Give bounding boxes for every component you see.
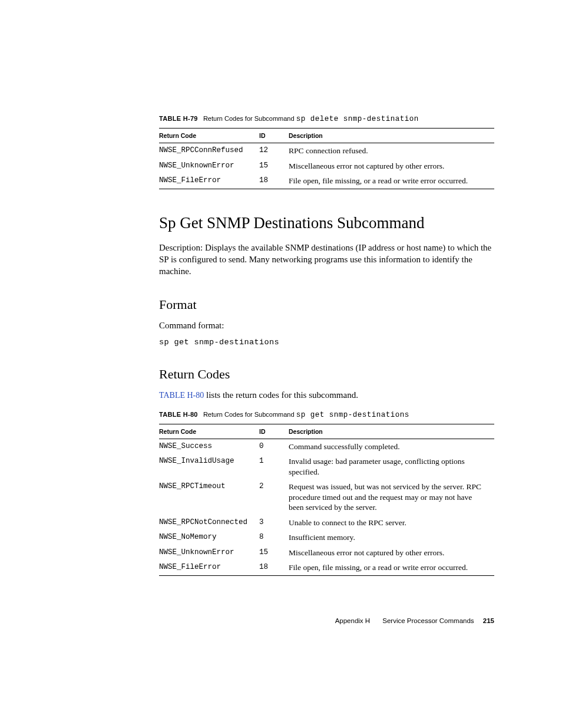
- format-heading: Format: [159, 297, 494, 312]
- command-line: sp get snmp-destinations: [159, 338, 494, 347]
- col-header-description: Description: [289, 424, 494, 439]
- cell-desc: File open, file missing, or a read or wr…: [289, 560, 494, 575]
- cell-code: NWSE_FileError: [159, 173, 259, 189]
- table-row: NWSE_UnknownError 15 Miscellaneous error…: [159, 159, 494, 174]
- table-row: NWSE_RPCTimeout 2 Request was issued, bu…: [159, 479, 494, 515]
- section-heading: Sp Get SNMP Destinations Subcommand: [159, 214, 494, 232]
- return-codes-sentence: TABLE H-80 lists the return codes for th…: [159, 389, 494, 401]
- cell-code: NWSE_FileError: [159, 560, 259, 575]
- cell-id: 8: [259, 530, 289, 545]
- cell-code: NWSE_InvalidUsage: [159, 454, 259, 479]
- cell-code: NWSE_RPCNotConnected: [159, 515, 259, 531]
- table-80: Return Code ID Description NWSE_Success …: [159, 424, 494, 576]
- page-footer: Appendix H Service Processor Commands 21…: [159, 617, 494, 624]
- col-header-description: Description: [289, 129, 494, 143]
- footer-chapter: Appendix H: [335, 617, 370, 624]
- page-content: TABLE H-79 Return Codes for Subcommand s…: [0, 0, 562, 671]
- table-80-caption: TABLE H-80 Return Codes for Subcommand s…: [159, 411, 494, 419]
- table-79-label: TABLE H-79: [159, 115, 198, 122]
- table-row: NWSE_FileError 18 File open, file missin…: [159, 560, 494, 575]
- return-codes-heading: Return Codes: [159, 367, 494, 382]
- table-row: NWSE_FileError 18 File open, file missin…: [159, 173, 494, 189]
- table-row: Return Code ID Description: [159, 129, 494, 143]
- table-row: Return Code ID Description: [159, 424, 494, 439]
- cell-code: NWSE_NoMemory: [159, 530, 259, 545]
- table-row: NWSE_UnknownError 15 Miscellaneous error…: [159, 545, 494, 561]
- table-row: NWSE_RPCConnRefused 12 RPC connection re…: [159, 143, 494, 159]
- table-80-caption-text: Return Codes for Subcommand: [203, 411, 296, 418]
- cell-desc: Insufficient memory.: [289, 530, 494, 545]
- table-80-label: TABLE H-80: [159, 411, 198, 418]
- cell-desc: RPC connection refused.: [289, 143, 494, 159]
- cell-desc: Request was issued, but was not serviced…: [289, 479, 494, 515]
- table-80-link[interactable]: TABLE H-80: [159, 391, 204, 400]
- cell-code: NWSE_UnknownError: [159, 159, 259, 174]
- col-header-id: ID: [259, 424, 289, 439]
- cell-code: NWSE_RPCTimeout: [159, 479, 259, 515]
- cell-desc: Miscellaneous error not captured by othe…: [289, 159, 494, 174]
- table-79: Return Code ID Description NWSE_RPCConnR…: [159, 128, 494, 189]
- return-codes-rest: lists the return codes for this subcomma…: [204, 390, 358, 400]
- cell-code: NWSE_UnknownError: [159, 545, 259, 561]
- cell-desc: File open, file missing, or a read or wr…: [289, 173, 494, 189]
- table-79-caption: TABLE H-79 Return Codes for Subcommand s…: [159, 115, 494, 123]
- col-header-id: ID: [259, 129, 289, 143]
- cell-code: NWSE_RPCConnRefused: [159, 143, 259, 159]
- table-79-caption-text: Return Codes for Subcommand: [203, 115, 296, 122]
- cell-id: 0: [259, 439, 289, 454]
- table-80-caption-cmd: sp get snmp-destinations: [296, 411, 409, 419]
- footer-page-number: 215: [483, 617, 494, 624]
- cell-id: 18: [259, 560, 289, 575]
- footer-title: Service Processor Commands: [382, 617, 474, 624]
- table-row: NWSE_RPCNotConnected 3 Unable to connect…: [159, 515, 494, 531]
- table-row: NWSE_Success 0 Command successfully comp…: [159, 439, 494, 454]
- cell-id: 1: [259, 454, 289, 479]
- cell-id: 18: [259, 173, 289, 189]
- table-row: NWSE_NoMemory 8 Insufficient memory.: [159, 530, 494, 545]
- cell-desc: Miscellaneous error not captured by othe…: [289, 545, 494, 561]
- table-79-caption-cmd: sp delete snmp-destination: [296, 115, 419, 123]
- col-header-return-code: Return Code: [159, 129, 259, 143]
- cell-id: 12: [259, 143, 289, 159]
- cell-desc: Command successfully completed.: [289, 439, 494, 454]
- col-header-return-code: Return Code: [159, 424, 259, 439]
- cell-id: 2: [259, 479, 289, 515]
- cell-id: 15: [259, 159, 289, 174]
- cell-desc: Unable to connect to the RPC server.: [289, 515, 494, 531]
- format-label: Command format:: [159, 319, 494, 331]
- table-row: NWSE_InvalidUsage 1 Invalid usage: bad p…: [159, 454, 494, 479]
- section-description: Description: Displays the available SNMP…: [159, 242, 494, 278]
- cell-desc: Invalid usage: bad parameter usage, conf…: [289, 454, 494, 479]
- cell-code: NWSE_Success: [159, 439, 259, 454]
- cell-id: 15: [259, 545, 289, 561]
- cell-id: 3: [259, 515, 289, 531]
